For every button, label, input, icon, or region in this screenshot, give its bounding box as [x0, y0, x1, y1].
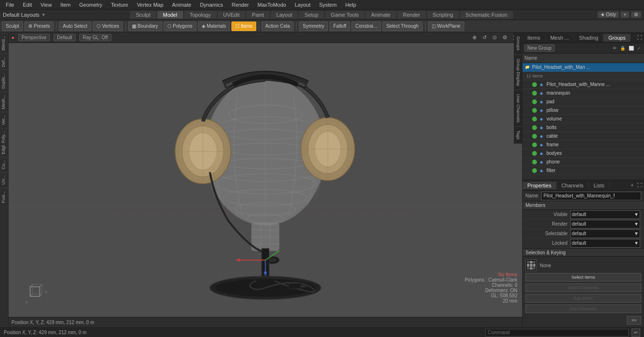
menu-item-file[interactable]: File: [2, 1, 18, 9]
check-icon-tb[interactable]: ✓: [636, 46, 642, 51]
viewport-settings-icon[interactable]: ⚙: [502, 34, 507, 41]
settings-btn[interactable]: ⚙: [631, 11, 641, 18]
group-child-frame[interactable]: ◈frame: [523, 141, 644, 149]
layout-tab-render[interactable]: Render: [397, 11, 426, 19]
layout-tab-uvedit[interactable]: UVEdit: [218, 11, 245, 19]
visible-dropdown[interactable]: default ▼: [570, 210, 640, 219]
menu-item-vertex map[interactable]: Vertex Map: [133, 1, 167, 9]
locked-dropdown[interactable]: default ▼: [570, 239, 640, 248]
group-child-volume[interactable]: ◈volume: [523, 115, 644, 123]
perspective-btn[interactable]: Perspective: [18, 34, 50, 41]
viewport-fit-icon[interactable]: ⊙: [492, 34, 497, 41]
ray-gl-btn[interactable]: Ray GL: Off: [79, 34, 111, 41]
prop-expand-btn[interactable]: ⛶: [635, 183, 644, 188]
eye-icon[interactable]: 👁: [611, 46, 618, 51]
add-layout-btn[interactable]: +: [621, 11, 629, 18]
menu-item-geometry[interactable]: Geometry: [76, 1, 106, 9]
auto-select-btn[interactable]: Auto Select: [59, 22, 91, 31]
falloff-btn[interactable]: Falloff: [329, 22, 350, 31]
sidebar-tab-def[interactable]: Def...: [0, 54, 8, 70]
layout-tab-scripting[interactable]: Scripting: [427, 11, 459, 19]
menu-item-help[interactable]: Help: [341, 1, 360, 9]
prop-tab-properties[interactable]: Properties: [523, 182, 557, 189]
selectable-dropdown[interactable]: default ▼: [570, 229, 640, 238]
vert-tab-groups[interactable]: Groups: [514, 33, 522, 55]
action-cela-btn[interactable]: Action Cela: [262, 22, 294, 31]
menu-item-render[interactable]: Render: [228, 1, 252, 9]
viewport-canvas[interactable]: Y X No Items Polygons : Catmull-Clark Ch…: [9, 43, 522, 317]
sidebar-tab-duplic[interactable]: Duplic...: [0, 70, 8, 92]
group-child-mannequin[interactable]: ◈mannequin: [523, 89, 644, 98]
menu-item-system[interactable]: System: [315, 1, 340, 9]
polygons-btn[interactable]: ⬡ Polygons: [164, 22, 196, 31]
lock-icon[interactable]: 🔒: [619, 46, 626, 51]
menu-item-edit[interactable]: Edit: [19, 1, 36, 9]
tab-mesh[interactable]: Mesh ...: [546, 34, 574, 42]
vert-tab-tags[interactable]: Tags: [514, 127, 522, 144]
prop-tab-lists[interactable]: Lists: [589, 182, 610, 189]
symmetry-btn[interactable]: Symmetry: [299, 22, 328, 31]
layout-tab-topology[interactable]: Topology: [184, 11, 217, 19]
layout-tab-game-tools[interactable]: Game Tools: [325, 11, 365, 19]
group-child-pilot_headset_with_manne-...[interactable]: ◈Pilot_Headset_with_Manne ...: [523, 80, 644, 89]
prop-tab-channels[interactable]: Channels: [557, 182, 589, 189]
menu-item-view[interactable]: View: [37, 1, 56, 9]
vert-tab-group-display[interactable]: Group Display: [514, 55, 522, 90]
viewport[interactable]: ● Perspective Default Ray GL: Off ⊕ ↺ ⊙ …: [9, 33, 522, 327]
boundary-btn[interactable]: ▦ Boundary: [128, 22, 162, 31]
group-child-pad[interactable]: ◈pad: [523, 98, 644, 106]
group-child-pillow[interactable]: ◈pillow: [523, 106, 644, 115]
viewport-dot[interactable]: ●: [11, 35, 14, 40]
prop-add-btn[interactable]: +: [629, 183, 635, 188]
viewport-zoom-icon[interactable]: ↺: [482, 34, 487, 41]
tab-items[interactable]: Items: [523, 34, 546, 42]
render-icon[interactable]: ⬜: [628, 46, 635, 51]
sidebar-tab-cu[interactable]: Cu...: [0, 157, 8, 172]
workplane-btn[interactable]: ◫ WorkPlane: [428, 22, 465, 31]
sidebar-tab-ver[interactable]: Ver...: [0, 112, 8, 128]
layout-tab-layout[interactable]: Layout: [271, 11, 298, 19]
group-child-filter[interactable]: ◈filter: [523, 166, 644, 175]
select-items-btn[interactable]: Select Items: [525, 273, 641, 282]
sidebar-tab-fusi[interactable]: Fusi...: [0, 188, 8, 206]
arrow-btn[interactable]: >>: [627, 316, 641, 325]
group-child-bodyes[interactable]: ◈bodyes: [523, 149, 644, 158]
layout-tab-animate[interactable]: Animate: [365, 11, 396, 19]
vert-tab-user-channels[interactable]: User Channels: [514, 90, 522, 127]
render-dropdown[interactable]: default ▼: [570, 220, 640, 228]
sidebar-tab-edgf[interactable]: Edgf. Poly...: [0, 128, 8, 157]
menu-item-layout[interactable]: Layout: [291, 1, 314, 9]
sidebar-tab-uv[interactable]: UV...: [0, 172, 8, 187]
constrain-btn[interactable]: Constrai...: [351, 22, 381, 31]
group-root-row[interactable]: 📁 Pilot_Headset_with_Man ...: [523, 63, 644, 72]
sculpt-btn[interactable]: Sculpt: [2, 22, 23, 31]
select-through-btn[interactable]: Select Through: [382, 22, 423, 31]
default-layouts-btn[interactable]: Default Layouts: [3, 12, 39, 18]
menu-item-dynamics[interactable]: Dynamics: [196, 1, 227, 9]
selection-keying-section[interactable]: Selection & Keying: [523, 248, 644, 257]
menu-item-maxtomodo[interactable]: MaxToModo: [254, 1, 290, 9]
prop-name-input[interactable]: [541, 192, 641, 200]
command-input[interactable]: [485, 329, 629, 337]
viewport-nav-icon[interactable]: ⊕: [472, 34, 477, 41]
menu-item-animate[interactable]: Animate: [168, 1, 195, 9]
groups-list[interactable]: 📁 Pilot_Headset_with_Man ... 11 Items ◈P…: [523, 63, 644, 180]
layout-tab-schematic-fusion[interactable]: Schematic Fusion: [460, 11, 513, 19]
star-only-btn[interactable]: ★ Only: [598, 11, 619, 18]
items-btn[interactable]: ☐ Items: [231, 22, 256, 31]
group-child-phone[interactable]: ◈phone: [523, 158, 644, 166]
default-shading-btn[interactable]: Default: [54, 34, 76, 41]
new-group-btn[interactable]: New Group: [524, 44, 555, 52]
execute-btn[interactable]: ↵: [632, 328, 640, 337]
sidebar-tab-blend[interactable]: Blend...: [0, 33, 8, 54]
layout-tab-sculpt[interactable]: Sculpt: [130, 11, 156, 19]
menu-item-texture[interactable]: Texture: [107, 1, 132, 9]
vertices-btn[interactable]: ⬡ Vertices: [93, 22, 123, 31]
layout-tab-setup[interactable]: Setup: [299, 11, 324, 19]
layout-tab-paint[interactable]: Paint: [246, 11, 270, 19]
sidebar-tab-mesh[interactable]: Mesh...: [0, 92, 8, 112]
menu-item-item[interactable]: Item: [56, 1, 74, 9]
materials-btn[interactable]: ◈ Materials: [198, 22, 230, 31]
presets-btn[interactable]: ⚙ Presets: [24, 22, 54, 31]
tab-shading[interactable]: Shading: [574, 34, 603, 42]
